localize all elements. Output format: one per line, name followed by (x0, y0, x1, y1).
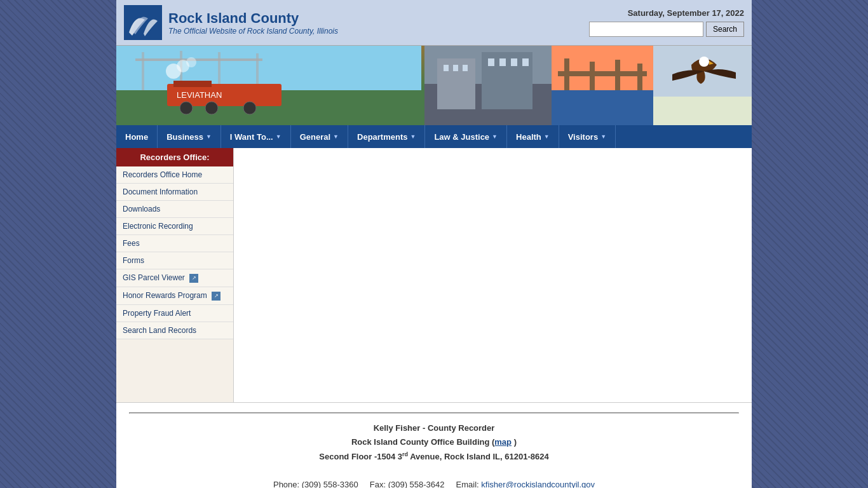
nav-lawjustice-arrow: ▼ (492, 133, 498, 140)
sidebar-title: Recorders Office: (116, 148, 233, 166)
nav-general[interactable]: General ▼ (291, 125, 348, 148)
banner: LEVIATHAN (116, 46, 752, 125)
nav-general-label: General (300, 132, 330, 142)
svg-rect-31 (558, 71, 647, 76)
nav-home-label: Home (125, 132, 148, 142)
main-area: Recorders Office: Recorders Office Home … (116, 148, 752, 402)
nav-iwantto-label: I Want To... (230, 132, 273, 142)
email-link[interactable]: kfisher@rockislandcountyil.gov (481, 480, 595, 488)
search-button[interactable]: Search (706, 22, 744, 37)
svg-rect-26 (499, 58, 506, 66)
logo-text: Rock Island County The Official Website … (168, 10, 338, 36)
banner-left: LEVIATHAN (116, 46, 424, 125)
nav-iwantto-arrow: ▼ (276, 133, 281, 140)
svg-point-11 (205, 102, 218, 114)
svg-rect-35 (637, 64, 642, 90)
nav-visitors-arrow: ▼ (600, 133, 606, 140)
sidebar-link-property-fraud[interactable]: Property Fraud Alert (116, 305, 233, 322)
svg-rect-4 (142, 52, 144, 90)
logo-area: Rock Island County The Official Website … (124, 5, 338, 40)
sidebar-link-search-land[interactable]: Search Land Records (116, 322, 233, 339)
nav-departments-arrow: ▼ (410, 133, 416, 140)
navigation: Home Business ▼ I Want To... ▼ General ▼… (116, 125, 752, 148)
site-subtitle: The Official Website of Rock Island Coun… (168, 27, 338, 36)
svg-rect-20 (444, 65, 449, 71)
svg-rect-21 (453, 65, 458, 71)
svg-rect-34 (615, 60, 620, 90)
nav-health[interactable]: Health ▼ (507, 125, 559, 148)
svg-rect-27 (511, 58, 517, 66)
nav-iwantto[interactable]: I Want To... ▼ (221, 125, 291, 148)
sidebar-link-electronic-recording[interactable]: Electronic Recording (116, 218, 233, 235)
header-right: Saturday, September 17, 2022 Search (589, 8, 744, 37)
nav-health-label: Health (516, 132, 541, 142)
contact-line: Phone: (309) 558-3360 Fax: (309) 558-364… (129, 478, 739, 488)
svg-rect-30 (552, 90, 653, 125)
building-line: Rock Island County Office Building (map … (351, 437, 517, 447)
sidebar-link-document-info[interactable]: Document Information (116, 184, 233, 201)
banner-mid (424, 46, 552, 125)
svg-rect-32 (564, 58, 569, 90)
nav-lawjustice[interactable]: Law & Justice ▼ (425, 125, 507, 148)
gis-ext-icon: ↗ (189, 274, 198, 283)
honor-ext-icon: ↗ (212, 292, 220, 301)
site-title: Rock Island County (168, 10, 338, 27)
sidebar-link-forms[interactable]: Forms (116, 252, 233, 269)
banner-right2 (653, 46, 752, 125)
svg-rect-37 (653, 97, 752, 125)
search-input[interactable] (589, 22, 703, 37)
svg-rect-22 (463, 65, 468, 71)
sidebar-link-gis[interactable]: GIS Parcel Viewer ↗ (116, 269, 233, 287)
main-content (234, 148, 752, 402)
svg-rect-9 (173, 81, 212, 87)
logo-image (124, 5, 162, 40)
nav-business[interactable]: Business ▼ (158, 125, 221, 148)
address-line: Second Floor -1504 3rd Avenue, Rock Isla… (319, 452, 548, 461)
sidebar: Recorders Office: Recorders Office Home … (116, 148, 234, 402)
nav-business-arrow: ▼ (206, 133, 212, 140)
svg-rect-28 (522, 58, 529, 66)
sidebar-link-honor-rewards[interactable]: Honor Rewards Program ↗ (116, 287, 233, 305)
svg-rect-3 (135, 58, 262, 61)
recorder-name: Kelly Fisher - County Recorder (374, 423, 495, 433)
svg-rect-33 (590, 62, 595, 90)
sidebar-link-fees[interactable]: Fees (116, 235, 233, 252)
nav-departments-label: Departments (357, 132, 407, 142)
nav-general-arrow: ▼ (333, 133, 339, 140)
nav-visitors-label: Visitors (568, 132, 598, 142)
svg-point-16 (186, 57, 196, 67)
banner-right1 (552, 46, 653, 125)
nav-visitors[interactable]: Visitors ▼ (559, 125, 616, 148)
site-header: Rock Island County The Official Website … (116, 0, 752, 46)
nav-health-arrow: ▼ (544, 133, 550, 140)
svg-text:LEVIATHAN: LEVIATHAN (177, 90, 222, 100)
nav-home[interactable]: Home (116, 125, 158, 148)
map-link[interactable]: map (494, 437, 512, 447)
sidebar-link-home[interactable]: Recorders Office Home (116, 166, 233, 184)
svg-point-38 (699, 57, 709, 67)
svg-point-12 (243, 102, 256, 114)
svg-rect-25 (488, 58, 494, 66)
nav-departments[interactable]: Departments ▼ (348, 125, 425, 148)
nav-business-label: Business (166, 132, 203, 142)
nav-lawjustice-label: Law & Justice (434, 132, 489, 142)
svg-point-10 (180, 102, 193, 114)
date-display: Saturday, September 17, 2022 (628, 8, 744, 18)
footer-info: Kelly Fisher - County Recorder Rock Isla… (116, 402, 752, 488)
sidebar-link-downloads[interactable]: Downloads (116, 201, 233, 218)
search-form: Search (589, 22, 744, 37)
